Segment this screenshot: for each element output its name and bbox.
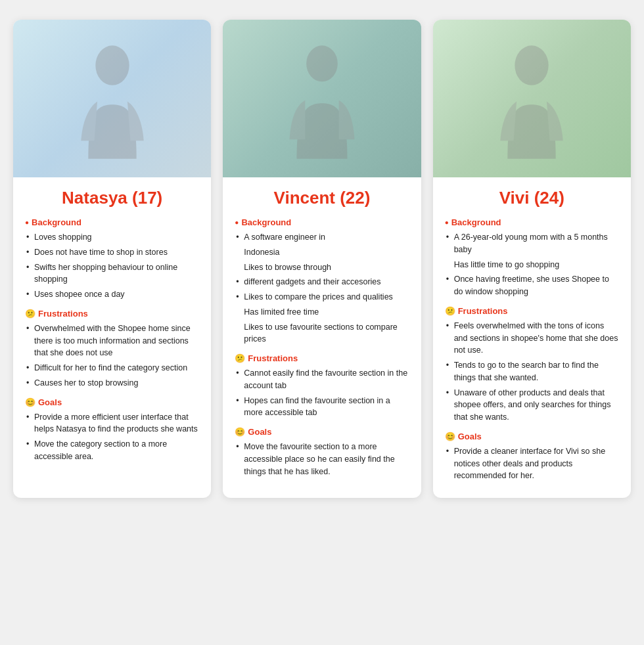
list-item: Provide a cleaner interface for Vivi so … (445, 445, 619, 482)
list-item: Feels overwhelmed with the tons of icons… (445, 320, 619, 357)
frustration-icon: 😕 (235, 353, 245, 363)
list-item-text: Has little time to go shopping (454, 260, 560, 269)
card-name-vincent: Vincent (22) (235, 188, 409, 208)
section-list-frustrations-natasya: Overwhelmed with the Shopee home since t… (25, 322, 199, 389)
list-item: Difficult for her to find the category s… (25, 362, 199, 374)
svg-point-2 (515, 45, 549, 85)
natasya-photo (13, 20, 211, 177)
card-name-natasya: Natasya (17) (25, 188, 199, 208)
list-item: Causes her to stop browsing (25, 377, 199, 389)
list-item: Overwhelmed with the Shopee home since t… (25, 322, 199, 359)
vincent-photo (223, 20, 421, 177)
section-list-background-natasya: Loves shoppingDoes not have time to shop… (25, 231, 199, 301)
list-item: Likes to use favourite sections to compa… (235, 321, 409, 346)
card-body-natasya: Natasya (17)● BackgroundLoves shoppingDo… (13, 177, 211, 479)
card-vincent: Vincent (22)● BackgroundA software engin… (223, 20, 421, 498)
list-item: Uses shopee once a day (25, 288, 199, 301)
list-item: Move the favourite section to a more acc… (235, 441, 409, 478)
background-icon: ● (445, 219, 449, 226)
list-item: Unaware of other products and deals that… (445, 387, 619, 424)
card-body-vincent: Vincent (22)● BackgroundA software engin… (223, 177, 421, 493)
list-item: Swifts her shopping behaviour to online … (25, 261, 199, 286)
section-list-goals-vivi: Provide a cleaner interface for Vivi so … (445, 445, 619, 482)
section-title-background-vivi: ● Background (445, 217, 619, 227)
list-item: Once having freetime, she uses Shopee to… (445, 273, 619, 298)
list-item: Provide a more efficient user interface … (25, 411, 199, 436)
section-list-goals-vincent: Move the favourite section to a more acc… (235, 441, 409, 478)
cards-container: Natasya (17)● BackgroundLoves shoppingDo… (13, 20, 631, 498)
list-item: different gadgets and their accesories (235, 276, 409, 288)
section-title-background-natasya: ● Background (25, 217, 199, 227)
section-title-frustrations-vincent: 😕 Frustrations (235, 353, 409, 363)
card-name-vivi: Vivi (24) (445, 188, 619, 208)
card-vivi: Vivi (24)● BackgroundA 26-year-old young… (433, 20, 631, 498)
section-title-frustrations-natasya: 😕 Frustrations (25, 309, 199, 319)
list-item: Likes to compare the prices and qualitie… (235, 291, 409, 303)
card-natasya: Natasya (17)● BackgroundLoves shoppingDo… (13, 20, 211, 498)
section-list-goals-natasya: Provide a more efficient user interface … (25, 411, 199, 463)
section-title-background-vincent: ● Background (235, 217, 409, 227)
list-item: Indonesia (235, 246, 409, 259)
svg-point-1 (306, 45, 338, 81)
section-list-frustrations-vivi: Feels overwhelmed with the tons of icons… (445, 320, 619, 424)
background-icon: ● (25, 219, 29, 226)
list-item-text: Has limited free time (244, 307, 319, 317)
section-list-background-vincent: A software engineer inIndonesiaLikes to … (235, 231, 409, 345)
list-item: Hopes can find the favourite section in … (235, 395, 409, 420)
list-item: Tends to go to the search bar to find th… (445, 359, 619, 384)
list-item: Has limited free time (235, 306, 409, 319)
section-title-frustrations-vivi: 😕 Frustrations (445, 306, 619, 316)
goal-icon: 😊 (25, 397, 35, 407)
goal-icon: 😊 (235, 427, 245, 437)
frustration-icon: 😕 (25, 309, 35, 319)
list-item: A software engineer in (235, 231, 409, 244)
section-list-background-vivi: A 26-year-old young mom with a 5 months … (445, 231, 619, 298)
goal-icon: 😊 (445, 432, 455, 441)
list-item: Has little time to go shopping (445, 259, 619, 271)
frustration-icon: 😕 (445, 306, 455, 316)
vivi-photo (433, 20, 631, 177)
background-icon: ● (235, 219, 239, 226)
list-item-text: Likes to browse through (244, 263, 331, 272)
section-title-goals-natasya: 😊 Goals (25, 397, 199, 407)
svg-point-0 (95, 45, 129, 85)
list-item: Loves shopping (25, 231, 199, 244)
list-item: Move the category section to a more acce… (25, 438, 199, 463)
list-item: A 26-year-old young mom with a 5 months … (445, 231, 619, 256)
card-body-vivi: Vivi (24)● BackgroundA 26-year-old young… (433, 177, 631, 498)
list-item-text: Likes to use favourite sections to compa… (244, 322, 397, 344)
list-item-text: Indonesia (244, 248, 279, 257)
list-item: Does not have time to shop in stores (25, 246, 199, 259)
section-list-frustrations-vincent: Cannot easily find the favourite section… (235, 367, 409, 419)
list-item: Cannot easily find the favourite section… (235, 367, 409, 392)
section-title-goals-vincent: 😊 Goals (235, 427, 409, 437)
list-item: Likes to browse through (235, 261, 409, 274)
section-title-goals-vivi: 😊 Goals (445, 432, 619, 441)
